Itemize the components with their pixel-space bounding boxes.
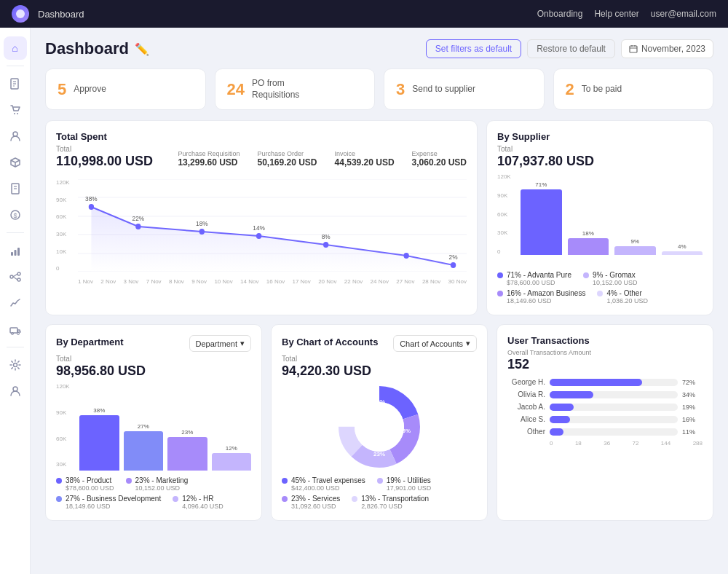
- top-navigation: Dashboard Onboarding Help center user@em…: [0, 0, 728, 28]
- user-menu[interactable]: user@email.com: [651, 9, 716, 19]
- send-count: 3: [396, 80, 405, 99]
- action-cards-row: 5 Approve 24 PO fromRequisitions 3 Send …: [45, 68, 713, 110]
- svg-point-36: [89, 204, 94, 210]
- metric-inv: Invoice 44,539.20 USD: [335, 150, 395, 168]
- sidebar-item-profile[interactable]: [4, 380, 27, 403]
- svg-point-39: [256, 233, 261, 239]
- sidebar-item-expenses[interactable]: $: [4, 203, 27, 227]
- sidebar-item-workflows[interactable]: [4, 265, 27, 288]
- user-bar-other: Other 11%: [507, 428, 703, 436]
- svg-rect-26: [630, 46, 637, 52]
- svg-text:$: $: [13, 212, 17, 219]
- accounts-total-val: 94,220.30 USD: [282, 363, 477, 379]
- sidebar-item-suppliers[interactable]: [4, 125, 27, 148]
- svg-point-23: [17, 333, 19, 335]
- by-department-card: By Department Department ▾ Total 98,956.…: [45, 324, 262, 521]
- supplier-bar-2: 18%: [568, 230, 609, 255]
- svg-text:8%: 8%: [322, 233, 331, 240]
- dept-bar-1: 38%: [79, 407, 119, 471]
- action-card-po-requisitions[interactable]: 24 PO fromRequisitions: [215, 68, 376, 110]
- paid-label: To be paid: [582, 84, 622, 95]
- total-spent-card: Total Spent Total 110,998.00 USD Purchas…: [45, 120, 478, 315]
- dept-header: By Department Department ▾: [56, 335, 251, 352]
- nav-left: Dashboard: [12, 5, 84, 23]
- edit-icon[interactable]: ✏️: [135, 42, 149, 56]
- svg-rect-14: [14, 250, 16, 256]
- svg-line-20: [13, 277, 17, 280]
- sidebar-item-logistics[interactable]: [4, 318, 27, 341]
- accounts-header: By Chart of Accounts Chart of Accounts ▾: [282, 335, 477, 352]
- svg-text:18%: 18%: [196, 220, 208, 227]
- sidebar-item-analytics[interactable]: [4, 291, 27, 315]
- sidebar-divider-2: [7, 232, 24, 233]
- sidebar: ⌂ $: [0, 28, 31, 574]
- action-card-send-supplier[interactable]: 3 Send to supplier: [384, 68, 545, 110]
- action-card-to-be-paid[interactable]: 2 To be paid: [553, 68, 714, 110]
- set-filters-button[interactable]: Set filters as default: [426, 39, 521, 58]
- action-card-approve[interactable]: 5 Approve: [45, 68, 206, 110]
- svg-point-25: [13, 387, 17, 391]
- help-center-link[interactable]: Help center: [594, 9, 638, 19]
- sidebar-divider-1: [7, 66, 24, 66]
- svg-point-41: [403, 253, 408, 259]
- user-bar-jacob: Jacob A. 19%: [507, 403, 703, 411]
- sidebar-item-settings[interactable]: [4, 353, 27, 377]
- sidebar-item-requisitions[interactable]: [4, 72, 27, 95]
- app-title: Dashboard: [38, 9, 84, 20]
- sidebar-item-reports[interactable]: [4, 239, 27, 262]
- dept-bar-3: 23%: [167, 429, 207, 471]
- total-spent-total-label: Total: [56, 145, 153, 153]
- total-spent-title: Total Spent: [56, 131, 467, 142]
- accounts-dropdown[interactable]: Chart of Accounts ▾: [393, 335, 477, 352]
- sidebar-item-inventory[interactable]: [4, 151, 27, 174]
- po-label: PO fromRequisitions: [252, 78, 299, 101]
- user-bars: George H. 72% Olivia R. 34%: [507, 378, 703, 436]
- svg-line-19: [13, 274, 17, 277]
- total-spent-metrics: Purchase Requisition 13,299.60 USD Purch…: [178, 150, 467, 168]
- approve-label: Approve: [74, 84, 106, 95]
- supplier-legend: 71% - Advanta Pure $78,600.00 USD 9% - G…: [497, 271, 703, 304]
- svg-point-17: [17, 272, 20, 275]
- line-chart-svg: 38% 22% 18% 14% 8% 2%: [78, 179, 467, 272]
- user-transactions-card: User Transactions Overall Transactions A…: [496, 324, 713, 521]
- dept-dropdown[interactable]: Department ▾: [189, 335, 251, 352]
- dept-bar-4: 12%: [212, 445, 252, 471]
- svg-point-6: [17, 113, 18, 114]
- approve-count: 5: [58, 80, 66, 99]
- supplier-bar-4: 4%: [662, 243, 703, 255]
- user-trans-title: User Transactions: [507, 335, 703, 346]
- nav-right: Onboarding Help center user@email.com: [537, 9, 716, 19]
- line-chart: 120K 90K 60K 30K 10K 0: [56, 179, 467, 285]
- metric-pr: Purchase Requisition 13,299.60 USD: [178, 150, 240, 168]
- donut-svg: 19% 45% 23%: [336, 383, 423, 471]
- dept-legend: 38% - Product $78,600.00 USD 23% - Marke…: [56, 476, 251, 510]
- sidebar-item-invoices[interactable]: [4, 177, 27, 200]
- dept-total-val: 98,956.80 USD: [56, 363, 251, 379]
- app-logo[interactable]: [12, 5, 29, 23]
- sidebar-item-purchase-orders[interactable]: [4, 98, 27, 122]
- dept-bar-2: 27%: [124, 423, 164, 471]
- date-filter[interactable]: November, 2023: [621, 39, 713, 58]
- svg-text:38%: 38%: [85, 195, 98, 203]
- svg-text:19%: 19%: [373, 398, 385, 405]
- svg-text:14%: 14%: [253, 224, 265, 232]
- sidebar-item-home[interactable]: ⌂: [4, 36, 27, 60]
- send-label: Send to supplier: [412, 84, 475, 95]
- by-chart-of-accounts-card: By Chart of Accounts Chart of Accounts ▾…: [271, 324, 488, 521]
- supplier-bar-chart: 120K 90K 60K 30K 0 71% 18%: [497, 173, 703, 268]
- svg-rect-13: [11, 252, 13, 256]
- svg-point-40: [323, 242, 328, 248]
- paid-count: 2: [566, 80, 574, 99]
- svg-point-37: [135, 224, 141, 229]
- supplier-total-label: Total: [497, 145, 703, 153]
- restore-button[interactable]: Restore to default: [527, 39, 615, 58]
- supplier-bar-3: 9%: [614, 238, 656, 255]
- svg-point-22: [11, 333, 13, 335]
- page-header: Dashboard ✏️ Set filters as default Rest…: [45, 39, 713, 58]
- svg-rect-15: [17, 248, 20, 256]
- onboarding-link[interactable]: Onboarding: [537, 9, 583, 19]
- bottom-charts-row: By Department Department ▾ Total 98,956.…: [45, 324, 713, 521]
- top-charts-row: Total Spent Total 110,998.00 USD Purchas…: [45, 120, 713, 315]
- accounts-title: By Chart of Accounts: [282, 337, 378, 347]
- svg-point-38: [199, 229, 205, 235]
